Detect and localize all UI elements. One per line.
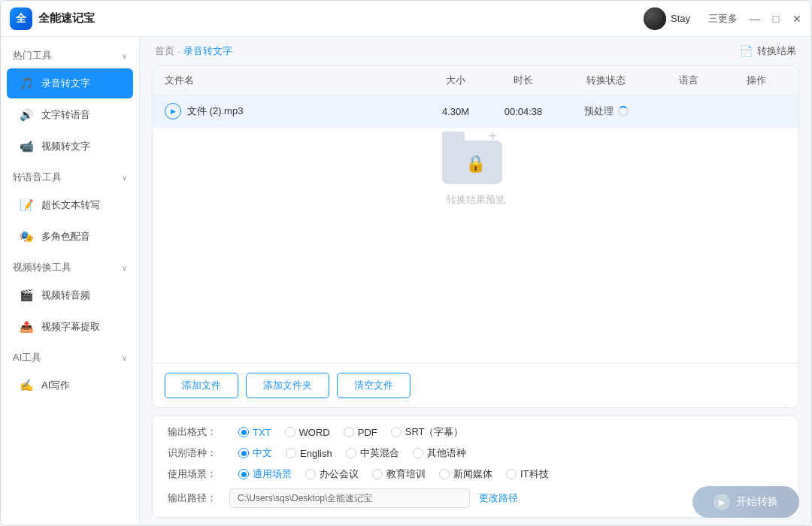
- more-button[interactable]: 三更多: [702, 9, 744, 29]
- lang-other[interactable]: 其他语种: [413, 446, 466, 460]
- sidebar-section-header-hot[interactable]: 热门工具 ∨: [1, 43, 139, 67]
- radio-news-dot: [439, 469, 450, 479]
- start-btn-label: 开始转换: [736, 495, 778, 509]
- scene-it-label: IT科技: [520, 467, 549, 481]
- content-area: 首页 - 录音转文字 📄 转换结果 文件名 大小 时长 转换状态 语言 操作: [140, 37, 811, 525]
- breadcrumb-separator: -: [177, 46, 180, 57]
- sidebar-item-ai-writing[interactable]: ✍️ AI写作: [7, 370, 133, 401]
- output-format-label: 输出格式：: [168, 425, 220, 439]
- format-txt-label: TXT: [253, 427, 271, 438]
- sidebar-section-header-ai[interactable]: AI工具 ∨: [1, 345, 139, 369]
- lock-icon: 🔒: [465, 154, 486, 174]
- radio-it-dot: [506, 469, 517, 479]
- radio-pdf-dot: [344, 427, 354, 437]
- radio-office-dot: [305, 469, 316, 479]
- restore-button[interactable]: □: [771, 14, 781, 24]
- clear-files-button[interactable]: 清空文件: [337, 373, 411, 398]
- radio-word-dot: [285, 427, 295, 437]
- play-button[interactable]: ▶: [165, 103, 181, 119]
- document-icon: 📄: [740, 45, 753, 57]
- close-button[interactable]: ✕: [792, 14, 802, 24]
- format-srt-label: SRT（字幕）: [405, 425, 464, 439]
- change-path-button[interactable]: 更改路径: [479, 491, 518, 505]
- chevron-down-icon-4: ∨: [122, 354, 127, 362]
- add-folder-button[interactable]: 添加文件夹: [246, 373, 329, 398]
- sidebar-section-header-video[interactable]: 视频转换工具 ∨: [1, 255, 139, 279]
- file-name-cell: ▶ 文件 (2).mp3: [165, 103, 426, 119]
- breadcrumb-home[interactable]: 首页: [155, 44, 174, 58]
- add-file-button[interactable]: 添加文件: [165, 373, 238, 398]
- col-language: 语言: [651, 74, 726, 87]
- scene-news-label: 新闻媒体: [453, 467, 492, 481]
- radio-other-dot: [413, 448, 423, 458]
- app-title: 全能速记宝: [38, 11, 644, 26]
- longtext-icon: 📝: [19, 198, 34, 213]
- sidebar-item-audio-to-text[interactable]: 🎵 录音转文字: [7, 68, 133, 98]
- output-path-input[interactable]: [229, 488, 470, 508]
- avatar: [644, 8, 666, 30]
- format-word[interactable]: WORD: [285, 427, 330, 438]
- format-pdf[interactable]: PDF: [344, 427, 377, 438]
- speech-icon: 🔊: [19, 107, 34, 122]
- start-convert-button[interactable]: ▶ 开始转换: [692, 486, 799, 518]
- lang-chinese-label: 中文: [253, 446, 272, 460]
- options-wrapper: 输出格式： TXT WORD: [140, 416, 811, 525]
- lang-english-label: English: [300, 448, 332, 459]
- window-controls: — □ ✕: [750, 14, 802, 24]
- scene-general[interactable]: 通用场景: [238, 467, 292, 481]
- recognition-lang-options: 中文 English 中英混合: [238, 446, 466, 460]
- sidebar-section-header-tts[interactable]: 转语音工具 ∨: [1, 165, 139, 189]
- lang-mixed[interactable]: 中英混合: [346, 446, 399, 460]
- result-button[interactable]: 📄 转换结果: [740, 44, 796, 58]
- start-button-container: ▶ 开始转换: [692, 486, 799, 518]
- main-layout: 热门工具 ∨ 🎵 录音转文字 🔊 文字转语音 📹 视频转文字: [1, 37, 811, 525]
- folder-tab: [442, 132, 465, 141]
- sidebar-item-multi-voice[interactable]: 🎭 多角色配音: [7, 222, 133, 252]
- sidebar-item-video-subtitle[interactable]: 📤 视频字幕提取: [7, 312, 133, 342]
- sidebar-item-long-text[interactable]: 📝 超长文本转写: [7, 190, 133, 220]
- file-list: ▶ 文件 (2).mp3 4.30M 00:04:38 预处理: [153, 95, 798, 363]
- videoaudio-icon: 🎬: [19, 288, 34, 303]
- recognition-lang-row: 识别语种： 中文 English: [168, 446, 783, 460]
- table-row: ▶ 文件 (2).mp3 4.30M 00:04:38 预处理: [153, 95, 798, 128]
- scene-education[interactable]: 教育培训: [372, 467, 426, 481]
- format-word-label: WORD: [299, 427, 330, 438]
- lang-english[interactable]: English: [286, 448, 332, 459]
- aiwriting-icon: ✍️: [19, 378, 34, 393]
- scene-office-label: 办公会议: [320, 467, 359, 481]
- col-action: 操作: [726, 74, 786, 87]
- chevron-down-icon-3: ∨: [122, 264, 127, 272]
- sidebar-item-video-audio[interactable]: 🎬 视频转音频: [7, 280, 133, 310]
- breadcrumb-current: 录音转文字: [183, 44, 232, 58]
- minimize-button[interactable]: —: [750, 14, 760, 24]
- output-path-row: 输出路径： 更改路径: [168, 488, 783, 508]
- chevron-down-icon: ∨: [122, 52, 127, 60]
- radio-english-dot: [286, 448, 296, 458]
- scene-it[interactable]: IT科技: [506, 467, 549, 481]
- col-status: 转换状态: [561, 74, 651, 87]
- radio-chinese-dot: [238, 448, 249, 458]
- file-name: 文件 (2).mp3: [187, 104, 243, 118]
- subtitle-icon: 📤: [19, 319, 34, 334]
- output-path-label: 输出路径：: [168, 491, 220, 505]
- lang-chinese[interactable]: 中文: [238, 446, 272, 460]
- scene-general-label: 通用场景: [253, 467, 292, 481]
- preview-label: 转换结果预览: [447, 193, 505, 207]
- empty-preview: + 🔒 转换结果预览: [153, 128, 798, 207]
- lang-mixed-label: 中英混合: [360, 446, 399, 460]
- format-srt[interactable]: SRT（字幕）: [391, 425, 464, 439]
- start-icon: ▶: [714, 494, 730, 510]
- sidebar-item-video-to-text[interactable]: 📹 视频转文字: [7, 132, 133, 162]
- col-filename: 文件名: [165, 74, 426, 87]
- format-txt[interactable]: TXT: [238, 427, 271, 438]
- scene-news[interactable]: 新闻媒体: [439, 467, 492, 481]
- radio-education-dot: [372, 469, 383, 479]
- sidebar-section-ai: AI工具 ∨ ✍️ AI写作: [1, 345, 139, 401]
- file-actions: 添加文件 添加文件夹 清空文件: [153, 363, 798, 407]
- titlebar: 全 全能速记宝 Stay 三更多 — □ ✕: [1, 1, 811, 37]
- sidebar-item-text-to-speech[interactable]: 🔊 文字转语音: [7, 100, 133, 130]
- file-duration: 00:04:38: [486, 106, 561, 117]
- scene-office[interactable]: 办公会议: [305, 467, 359, 481]
- user-info: Stay: [644, 8, 690, 30]
- use-scene-options: 通用场景 办公会议 教育培训: [238, 467, 549, 481]
